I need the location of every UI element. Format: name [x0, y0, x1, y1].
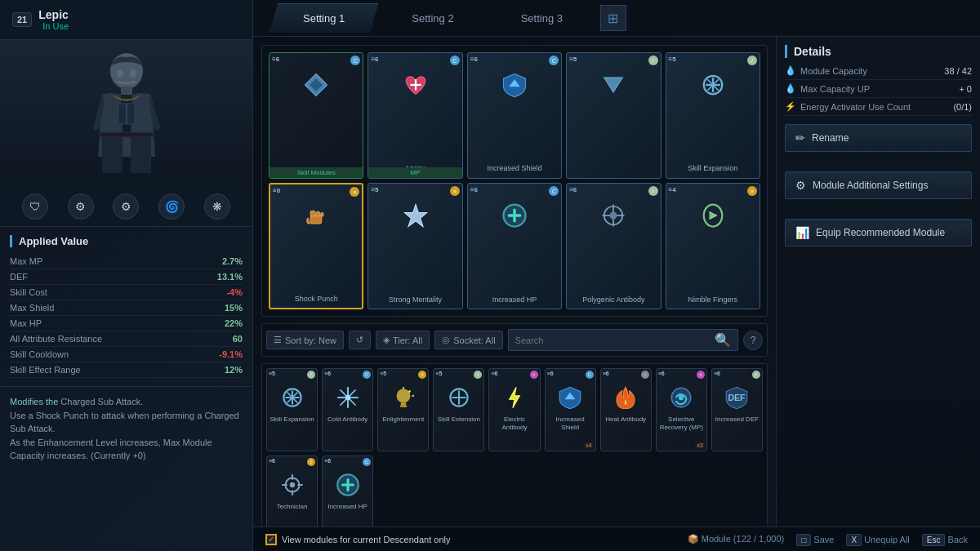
tab-setting1[interactable]: Setting 1 — [270, 3, 378, 33]
module-count: 📦 Module (122 / 1,000) — [688, 534, 785, 544]
equipped-module-card[interactable]: ≡5 ≡ Strong Mentality — [368, 183, 462, 309]
svg-rect-6 — [100, 132, 154, 137]
available-module-card[interactable]: ≡6 × Electric Antibody — [488, 368, 540, 451]
max-capacity-row: 💧 Max Capacity UP + 0 — [785, 80, 972, 98]
rename-label: Rename — [812, 132, 849, 144]
module-socket: C — [450, 56, 460, 65]
module-name: Skill Expansion — [686, 162, 739, 175]
available-module-card[interactable]: ≡6 C Increased Shield x4 — [545, 368, 596, 451]
stat-row: Max Shield 15% — [10, 300, 243, 316]
tab-add-button[interactable]: ⊞ — [600, 5, 626, 31]
sort-button[interactable]: ☰ Sort by: New — [266, 331, 344, 349]
equipped-module-card[interactable]: ≡5 / — [566, 52, 661, 179]
module-tier: ≡6 — [470, 56, 478, 63]
tier-button[interactable]: ◈ Tier: All — [376, 331, 430, 349]
avail-socket: / — [474, 371, 482, 379]
stats-container: Max MP 2.7% DEF 13.1% Skill Cost -4% Max… — [10, 254, 243, 378]
max-cap-icon: 💧 — [785, 83, 796, 94]
avail-name: Cold Antibody — [327, 415, 368, 424]
available-module-card[interactable]: ≡5 ≡ Enlightenment — [377, 368, 429, 451]
available-module-card[interactable]: ≡5 / Skill Extension — [433, 368, 484, 451]
avail-tier: ≡6 — [547, 371, 554, 376]
avail-icon — [332, 382, 363, 413]
equip-recommended-button[interactable]: 📊 Equip Recommended Module — [785, 219, 972, 247]
search-wrap[interactable]: 🔍 — [508, 329, 738, 351]
svg-point-3 — [130, 69, 136, 78]
svg-rect-43 — [400, 406, 408, 407]
available-module-card[interactable]: ≡6 C Increased HP x3 — [322, 455, 373, 538]
module-name: Polygenic Antibody — [581, 294, 646, 306]
applied-value-section: Applied Value Max MP 2.7% DEF 13.1% Skil… — [0, 227, 252, 386]
stat-label: All Attribute Resistance — [10, 334, 102, 344]
avail-tier: ≡6 — [491, 371, 497, 376]
footer-key-back: Esc Back — [922, 535, 968, 544]
settings-tabs: Setting 1 Setting 2 Setting 3 ⊞ — [253, 0, 980, 37]
footer-checkbox[interactable]: ✓ View modules for current Descendant on… — [265, 534, 450, 545]
svg-text:DEF: DEF — [728, 393, 746, 403]
available-module-card[interactable]: ≡6 C Cold Antibody — [322, 368, 373, 451]
refresh-button[interactable]: ↺ — [349, 331, 371, 349]
avail-name: Enlightenment — [382, 415, 424, 424]
char-icon-passive[interactable]: 🛡 — [22, 193, 48, 220]
equipped-module-card[interactable]: ≡6 C Increased HP — [467, 183, 562, 309]
module-tier: ≡0 — [273, 187, 280, 194]
equipped-module-card[interactable]: ≡0 ≡ Shock Punch — [269, 183, 363, 309]
char-icon-skill1[interactable]: ⚙ — [68, 193, 94, 220]
module-socket: C — [549, 186, 559, 196]
module-capacity-row: 💧 Module Capacity 38 / 42 — [785, 62, 972, 80]
available-module-card[interactable]: ≡6 × Selective Recovery (MP) x3 — [656, 368, 707, 451]
equipped-module-card[interactable]: ≡4 ≡ Nimble Fingers — [666, 183, 760, 309]
char-icon-skill2[interactable]: ⚙ — [113, 193, 139, 220]
max-capacity-label: Max Capacity UP — [800, 84, 870, 94]
module-icon — [597, 199, 630, 232]
equipped-module-card[interactable]: ≡6 C Skill Modules — [269, 52, 363, 179]
char-icon-skill4[interactable]: ❋ — [204, 193, 230, 220]
tier-icon: ◈ — [383, 335, 390, 345]
module-icon — [399, 69, 432, 101]
equipped-module-card[interactable]: ≡6 / Polygenic Antibody — [566, 183, 661, 309]
tier-label: Tier: All — [393, 335, 422, 345]
equipped-module-card[interactable]: ≡6 C Agony MP — [368, 52, 462, 179]
energy-label: Energy Activator Use Count — [800, 102, 911, 112]
footer-right: 📦 Module (122 / 1,000) □ Save X Unequip … — [688, 534, 968, 544]
char-icon-skill3[interactable]: 🌀 — [158, 193, 185, 220]
equipped-module-card[interactable]: ≡5 / Skill Expansion — [666, 52, 760, 179]
checkbox[interactable]: ✓ — [265, 534, 277, 545]
avail-name: Increased DEF — [715, 415, 759, 424]
module-name: Increased Shield — [485, 162, 543, 175]
help-button[interactable]: ? — [743, 331, 763, 350]
stat-label: Skill Cooldown — [10, 349, 69, 359]
socket-label: Socket: All — [453, 335, 495, 345]
tab-setting3[interactable]: Setting 3 — [488, 3, 596, 33]
avail-name: Selective Recovery (MP) — [658, 415, 705, 431]
character-name: Lepic — [38, 8, 69, 21]
module-settings-button[interactable]: ⚙ Module Additional Settings — [785, 171, 972, 199]
stat-row: Max HP 22% — [10, 316, 243, 331]
avail-tier: ≡6 — [324, 458, 331, 464]
stat-row: Skill Effect Range 12% — [10, 362, 243, 378]
energy-value: (0/1) — [953, 102, 972, 112]
module-capacity-value: 38 / 42 — [944, 66, 972, 76]
module-icon — [498, 199, 531, 232]
available-module-card[interactable]: ≡5 / Skill Expansion — [266, 368, 318, 451]
module-socket: / — [648, 56, 658, 65]
module-tier: ≡6 — [470, 186, 478, 193]
avail-tier: ≡6 — [603, 371, 609, 376]
available-module-card[interactable]: ≡6 ≡ Technician — [266, 455, 318, 538]
equipped-module-card[interactable]: ≡6 C Increased Shield — [467, 52, 562, 179]
available-module-card[interactable]: ≡6 ○ Heat Antibody — [600, 368, 652, 451]
available-module-card[interactable]: ≡6 / DEF Increased DEF — [711, 368, 763, 451]
stat-label: Skill Effect Range — [10, 365, 81, 375]
refresh-icon: ↺ — [356, 335, 363, 345]
socket-button[interactable]: ◎ Socket: All — [434, 331, 502, 349]
avail-icon: DEF — [721, 382, 752, 413]
rename-button[interactable]: ✏ Rename — [785, 124, 972, 152]
avail-socket: × — [530, 371, 538, 379]
modules-area: ≡6 C Skill Modules ≡6 C Agony MP ≡6 C In… — [253, 37, 776, 551]
tab-setting2[interactable]: Setting 2 — [378, 3, 487, 33]
search-input[interactable] — [515, 335, 715, 345]
module-name: Increased HP — [491, 294, 539, 306]
avail-icon — [666, 382, 697, 413]
svg-rect-1 — [121, 87, 132, 95]
avail-icon — [443, 382, 474, 413]
